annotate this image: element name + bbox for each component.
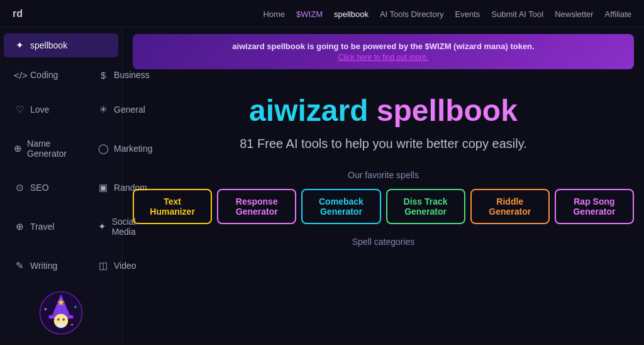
sidebar-item-seo[interactable]: ⊙ SEO xyxy=(4,171,80,204)
wizard-logo-svg: ✦ ✦ ✦ xyxy=(39,291,83,335)
svg-point-7 xyxy=(58,319,59,320)
nav-wizm[interactable]: $WIZM xyxy=(296,9,323,19)
sidebar-travel-label: Travel xyxy=(30,222,54,232)
nav-spellbook[interactable]: spellbook xyxy=(334,9,369,19)
spellbook-icon: ✦ xyxy=(14,40,25,51)
announcement-main-text: aiwizard spellbook is going to be powere… xyxy=(145,42,621,51)
marketing-icon: ◯ xyxy=(97,143,109,154)
hero-section: aiwizard spellbook 81 Free AI tools to h… xyxy=(123,76,644,170)
spell-card-text-humanizer[interactable]: Text Humanizer xyxy=(133,189,212,224)
spell-card-comeback-generator[interactable]: Comeback Generator xyxy=(301,189,380,224)
sidebar-item-travel[interactable]: ⊕ Travel xyxy=(4,206,80,248)
nav-newsletter[interactable]: Newsletter xyxy=(555,9,593,19)
svg-point-8 xyxy=(63,319,64,320)
sidebar-logo: ✦ ✦ ✦ xyxy=(0,283,122,340)
video-icon: ◫ xyxy=(97,260,109,271)
hero-title: aiwizard spellbook xyxy=(135,94,631,128)
travel-icon: ⊕ xyxy=(14,221,25,232)
svg-point-9 xyxy=(57,322,65,327)
spells-cards: Text Humanizer Response Generator Comeba… xyxy=(123,189,644,224)
sidebar-name-generator-label: Name Generator xyxy=(27,139,70,159)
spell-card-riddle-generator[interactable]: Riddle Generator xyxy=(470,189,550,224)
spell-categories-label: Spell categories xyxy=(123,237,644,253)
nav-ai-tools[interactable]: AI Tools Directory xyxy=(380,9,444,19)
love-icon: ♡ xyxy=(14,104,25,115)
random-icon: ▣ xyxy=(97,182,109,193)
spell-card-response-generator[interactable]: Response Generator xyxy=(217,189,296,224)
main-layout: ✦ spellbook </> Coding $ Business ♡ Love… xyxy=(0,28,644,345)
favorite-spells-section: Our favorite spells Text Humanizer Respo… xyxy=(123,170,644,224)
name-generator-icon: ⊕ xyxy=(14,143,22,154)
hero-title-pink: spellbook xyxy=(377,94,518,127)
brand-text: rd xyxy=(13,8,23,20)
sidebar-coding-label: Coding xyxy=(30,70,58,80)
coding-icon: </> xyxy=(14,70,25,81)
nav-submit[interactable]: Submit AI Tool xyxy=(491,9,543,19)
top-nav: rd Home $WIZM spellbook AI Tools Directo… xyxy=(0,0,644,28)
announcement-banner[interactable]: aiwizard spellbook is going to be powere… xyxy=(133,34,634,69)
sidebar-grid: </> Coding $ Business ♡ Love ✳ General ⊕… xyxy=(0,58,122,283)
general-icon: ✳ xyxy=(97,104,109,115)
sidebar-item-love[interactable]: ♡ Love xyxy=(4,93,80,126)
sidebar-item-coding[interactable]: </> Coding xyxy=(4,59,80,91)
sidebar-item-spellbook-label: spellbook xyxy=(30,40,67,50)
sidebar-writing-label: Writing xyxy=(30,261,57,271)
hero-title-cyan: aiwizard xyxy=(249,94,368,127)
writing-icon: ✎ xyxy=(14,260,25,271)
nav-links: Home $WIZM spellbook AI Tools Directory … xyxy=(263,8,631,20)
spell-card-diss-track-generator[interactable]: Diss Track Generator xyxy=(386,189,465,224)
social-media-icon: ✦ xyxy=(97,221,107,232)
announcement-link[interactable]: Click here to find out more. xyxy=(145,53,621,62)
spell-card-rap-song-generator[interactable]: Rap Song Generator xyxy=(555,189,634,224)
svg-text:✦: ✦ xyxy=(70,323,74,327)
hero-subtitle: 81 Free AI tools to help you write bette… xyxy=(135,137,631,151)
sidebar-item-spellbook[interactable]: ✦ spellbook xyxy=(4,33,118,57)
sidebar-item-writing[interactable]: ✎ Writing xyxy=(4,249,80,283)
business-icon: $ xyxy=(97,70,109,81)
sidebar-love-label: Love xyxy=(30,105,49,115)
nav-events[interactable]: Events xyxy=(455,9,480,19)
sidebar: ✦ spellbook </> Coding $ Business ♡ Love… xyxy=(0,28,123,345)
seo-icon: ⊙ xyxy=(14,182,25,193)
nav-affiliate[interactable]: Affiliate xyxy=(605,9,631,19)
nav-home[interactable]: Home xyxy=(263,9,285,19)
favorite-spells-label: Our favorite spells xyxy=(123,170,644,180)
sidebar-seo-label: SEO xyxy=(30,183,49,193)
svg-text:✦: ✦ xyxy=(74,305,77,309)
main-content: aiwizard spellbook is going to be powere… xyxy=(123,28,644,345)
svg-text:✦: ✦ xyxy=(43,306,48,312)
sidebar-item-name-generator[interactable]: ⊕ Name Generator xyxy=(4,127,80,169)
